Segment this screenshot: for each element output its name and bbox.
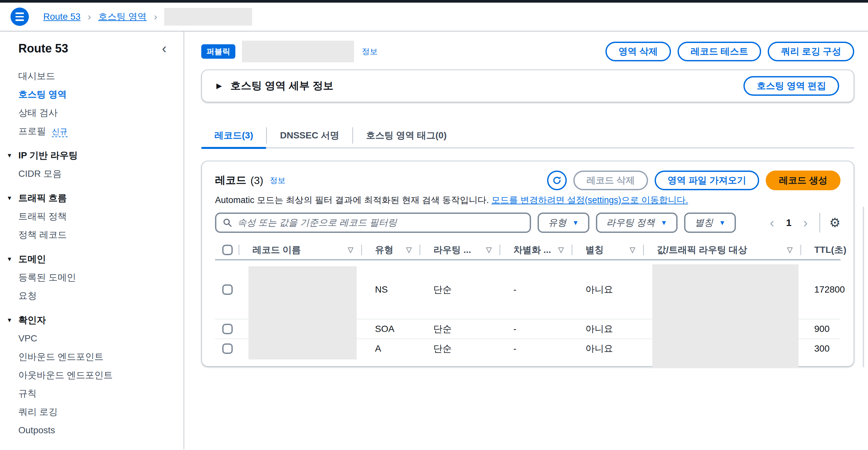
sort-icon[interactable]: ▽	[406, 246, 412, 254]
caret-down-icon: ▼	[572, 219, 579, 227]
select-all-checkbox[interactable]	[222, 245, 233, 255]
search-input[interactable]	[237, 217, 523, 228]
configure-query-logging-button[interactable]: 쿼리 로깅 구성	[768, 42, 854, 61]
cell-alias: 아니요	[572, 261, 644, 319]
routing-policy-filter-dropdown[interactable]: 라우팅 정책▼	[596, 213, 678, 233]
tab-dnssec[interactable]: DNSSEC 서명	[267, 123, 352, 148]
sidebar-item-outposts[interactable]: Outposts	[0, 421, 184, 440]
column-ttl[interactable]: TTL(초)	[801, 241, 846, 259]
sort-icon[interactable]: ▽	[787, 246, 793, 254]
cell-type: NS	[362, 261, 420, 319]
breadcrumb: Route 53 › 호스팅 영역 ›	[43, 8, 252, 26]
delete-zone-button[interactable]: 영역 삭제	[606, 42, 671, 61]
create-record-button[interactable]: 레코드 생성	[766, 171, 840, 190]
cell-routing: 단순	[420, 261, 500, 319]
sidebar-item-hosted-zones[interactable]: 호스팅 영역	[0, 85, 184, 103]
sidebar-item-vpc[interactable]: VPC	[0, 329, 184, 348]
sidebar-item-outbound-endpoints[interactable]: 아웃바운드 엔드포인트	[0, 366, 184, 384]
sidebar-title: Route 53	[18, 42, 68, 55]
column-differentiator[interactable]: 차별화 ...▽	[500, 241, 572, 259]
sort-icon[interactable]: ▽	[630, 246, 635, 254]
test-record-button[interactable]: 레코드 테스트	[678, 42, 762, 61]
sidebar-section-resolver[interactable]: ▼확인자	[0, 311, 184, 329]
sort-icon[interactable]: ▽	[348, 246, 353, 254]
settings-link[interactable]: 모드를 변경하려면 설정(settings)으로 이동합니다.	[491, 195, 688, 205]
main-content: 퍼블릭 정보 영역 삭제 레코드 테스트 쿼리 로깅 구성 ▶ 호스팅 영역 세…	[184, 31, 868, 449]
sidebar-item-traffic-policies[interactable]: 트래픽 정책	[0, 207, 184, 226]
sidebar-item-dashboard[interactable]: 대시보드	[0, 67, 184, 85]
refresh-icon	[552, 176, 562, 185]
edit-hosted-zone-button[interactable]: 호스팅 영역 편집	[743, 76, 839, 96]
caret-down-icon: ▼	[6, 250, 18, 268]
sidebar-item-inbound-endpoints[interactable]: 인바운드 엔드포인트	[0, 348, 184, 366]
row-checkbox[interactable]	[222, 343, 233, 354]
type-filter-dropdown[interactable]: 유형▼	[537, 213, 589, 233]
expand-icon[interactable]: ▶	[216, 82, 222, 90]
column-routing-policy[interactable]: 라우팅 ...▽	[420, 241, 500, 259]
cell-ttl: 900	[801, 320, 840, 338]
refresh-button[interactable]	[547, 171, 567, 190]
chevron-right-icon: ›	[154, 11, 157, 22]
breadcrumb-bar: Route 53 › 호스팅 영역 ›	[0, 3, 868, 31]
sidebar-item-health-checks[interactable]: 상태 검사	[0, 103, 184, 122]
records-description: Automatic 모드는 최상의 필터 결과에 최적화된 현재 검색 동작입니…	[215, 194, 840, 206]
previous-page-icon[interactable]: ‹	[767, 215, 777, 230]
row-checkbox[interactable]	[222, 324, 233, 334]
route53-console: Route 53 › 호스팅 영역 › Route 53 ‹ 대시보드 호스팅 …	[0, 0, 868, 450]
sidebar-item-profiles[interactable]: 프로필신규	[0, 122, 184, 140]
sidebar-section-ip-routing[interactable]: ▼IP 기반 라우팅	[0, 146, 184, 164]
record-filter-search[interactable]	[215, 213, 531, 233]
records-panel: 레코드 (3) 정보 레코드 삭제 영역 파일 가져오기 레코드 생성 Auto…	[201, 161, 854, 367]
caret-down-icon: ▼	[6, 146, 18, 164]
sort-icon[interactable]: ▽	[486, 246, 492, 254]
table-body: NS 단순 - 아니요 172800 SOA	[215, 261, 840, 358]
tab-records[interactable]: 레코드(3)	[201, 123, 266, 148]
cell-differentiator: -	[500, 320, 572, 338]
breadcrumb-route53[interactable]: Route 53	[43, 11, 81, 22]
sidebar-nav: 대시보드 호스팅 영역 상태 검사 프로필신규 ▼IP 기반 라우팅 CIDR …	[0, 67, 184, 440]
breadcrumb-hosted-zones[interactable]: 호스팅 영역	[98, 10, 147, 23]
cell-differentiator: -	[500, 339, 572, 358]
sidebar: Route 53 ‹ 대시보드 호스팅 영역 상태 검사 프로필신규 ▼IP 기…	[0, 31, 184, 449]
scrollbar[interactable]	[863, 207, 864, 367]
caret-down-icon: ▼	[661, 219, 668, 227]
records-info-link[interactable]: 정보	[270, 175, 285, 186]
details-panel-title[interactable]: 호스팅 영역 세부 정보	[230, 79, 334, 93]
gear-icon[interactable]: ⚙	[829, 216, 840, 229]
sidebar-section-traffic-flow[interactable]: ▼트래픽 흐름	[0, 189, 184, 207]
alias-filter-dropdown[interactable]: 별칭▼	[684, 213, 736, 233]
caret-down-icon: ▼	[6, 311, 18, 329]
record-names-redacted	[248, 266, 356, 359]
sidebar-item-policy-records[interactable]: 정책 레코드	[0, 226, 184, 244]
column-alias[interactable]: 별칭▽	[572, 241, 644, 259]
hosted-zone-details-panel: ▶ 호스팅 영역 세부 정보 호스팅 영역 편집	[201, 69, 854, 102]
next-page-icon[interactable]: ›	[801, 215, 810, 230]
sidebar-item-rules[interactable]: 규칙	[0, 384, 184, 403]
cell-differentiator: -	[500, 261, 572, 319]
sidebar-item-cidr-collections[interactable]: CIDR 모음	[0, 164, 184, 183]
sidebar-item-registered-domains[interactable]: 등록된 도메인	[0, 268, 184, 287]
current-page[interactable]: 1	[786, 217, 792, 228]
zone-info-link[interactable]: 정보	[362, 46, 378, 57]
tab-zone-tags[interactable]: 호스팅 영역 태그(0)	[353, 123, 460, 148]
sidebar-item-query-logging[interactable]: 쿼리 로깅	[0, 403, 184, 421]
caret-down-icon: ▼	[6, 189, 18, 207]
sidebar-collapse-icon[interactable]: ‹	[162, 42, 166, 55]
sidebar-section-domains[interactable]: ▼도메인	[0, 250, 184, 268]
page-header: 퍼블릭 정보 영역 삭제 레코드 테스트 쿼리 로깅 구성	[201, 41, 854, 62]
column-record-name[interactable]: 레코드 이름▽	[239, 241, 362, 259]
cell-routing: 단순	[420, 320, 500, 338]
column-type[interactable]: 유형▽	[362, 241, 420, 259]
delete-record-button[interactable]: 레코드 삭제	[573, 171, 648, 190]
menu-icon[interactable]	[10, 7, 29, 26]
column-value[interactable]: 값/트래픽 라우팅 대상▽	[644, 241, 801, 259]
sort-icon[interactable]: ▽	[558, 246, 564, 254]
sidebar-item-requests[interactable]: 요청	[0, 287, 184, 305]
record-values-redacted	[652, 264, 799, 368]
filter-toolbar: 유형▼ 라우팅 정책▼ 별칭▼ ‹ 1 › ⚙	[215, 213, 840, 233]
row-checkbox[interactable]	[222, 284, 233, 295]
new-badge: 신규	[52, 127, 67, 137]
records-panel-header: 레코드 (3) 정보 레코드 삭제 영역 파일 가져오기 레코드 생성	[215, 171, 840, 190]
import-zone-file-button[interactable]: 영역 파일 가져오기	[655, 171, 760, 190]
tab-bar: 레코드(3) DNSSEC 서명 호스팅 영역 태그(0)	[201, 123, 854, 148]
